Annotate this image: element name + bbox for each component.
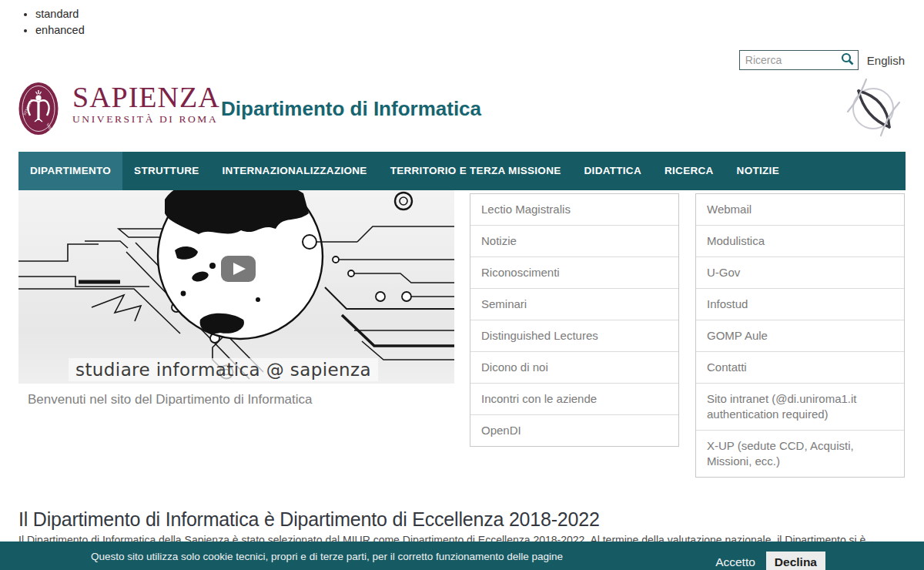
university-subtitle: UNIVERSITÀ DI ROMA: [72, 113, 220, 126]
quick-menu-item-distinguished[interactable]: Distinguished Lectures: [470, 320, 678, 351]
sapienza-seal-icon[interactable]: STVDIVM VRBIS: [18, 82, 59, 139]
accessibility-link-enhanced[interactable]: enhanced: [35, 24, 85, 36]
cookie-actions: Accetto Declina: [715, 552, 825, 570]
nav-item-internazionalizzazione[interactable]: INTERNAZIONALIZZAZIONE: [211, 152, 379, 190]
services-menu-item-intranet[interactable]: Sito intranet (@di.uniroma1.it authentic…: [696, 383, 904, 430]
services-menu-item-webmail[interactable]: Webmail: [696, 194, 904, 225]
cookie-banner-text: Questo sito utilizza solo cookie tecnici…: [91, 548, 577, 570]
university-name: SAPIENZA: [72, 83, 220, 111]
nav-item-notizie[interactable]: NOTIZIE: [725, 152, 791, 190]
search-button[interactable]: [839, 52, 856, 68]
services-menu-item-ugov[interactable]: U-Gov: [696, 256, 904, 288]
services-menu: Webmail Modulistica U-Gov Infostud GOMP …: [695, 193, 905, 478]
quick-menu-item-notizie[interactable]: Notizie: [470, 225, 678, 256]
video-overlay-text: studiare informatica @ sapienza: [69, 358, 378, 381]
language-link[interactable]: English: [867, 54, 905, 67]
play-icon: [221, 256, 256, 282]
cookie-decline-button[interactable]: Declina: [766, 552, 825, 570]
search-row: English: [739, 50, 905, 70]
services-menu-item-gomp[interactable]: GOMP Aule: [696, 320, 904, 351]
services-menu-item-contatti[interactable]: Contatti: [696, 351, 904, 383]
services-menu-item-infostud[interactable]: Infostud: [696, 288, 904, 320]
quick-menu-item-lectio[interactable]: Lectio Magistralis: [470, 194, 678, 225]
quick-menu-item-dicono[interactable]: Dicono di noi: [470, 351, 678, 383]
page-title[interactable]: Dipartimento di Informatica: [221, 97, 481, 121]
cookie-banner: Questo sito utilizza solo cookie tecnici…: [0, 542, 924, 570]
university-brand[interactable]: SAPIENZA UNIVERSITÀ DI ROMA: [72, 83, 220, 126]
di-swirl-logo-icon: [842, 74, 904, 143]
video-caption: Benvenuti nel sito del Dipartimento di I…: [28, 392, 312, 407]
services-menu-item-xup[interactable]: X-UP (sedute CCD, Acquisti, Missioni, ec…: [696, 430, 904, 477]
nav-item-territorio[interactable]: TERRITORIO E TERZA MISSIONE: [379, 152, 573, 190]
cookie-text-line2: web e per il miglioramento dei servizi. …: [91, 565, 577, 570]
quick-menu-item-seminari[interactable]: Seminari: [470, 288, 678, 320]
quick-menu-item-opendi[interactable]: OpenDI: [470, 414, 678, 446]
quick-menu-item-aziende[interactable]: Incontri con le aziende: [470, 383, 678, 414]
cookie-accept-button[interactable]: Accetto: [715, 555, 755, 569]
video-thumbnail[interactable]: studiare informatica @ sapienza: [18, 190, 454, 384]
nav-item-ricerca[interactable]: RICERCA: [653, 152, 725, 190]
accessibility-links: standard enhanced: [22, 8, 85, 40]
nav-item-strutture[interactable]: STRUTTURE: [122, 152, 210, 190]
accessibility-link-standard[interactable]: standard: [35, 8, 85, 20]
magnifier-icon: [841, 52, 854, 68]
header: STVDIVM VRBIS SAPIENZA UNIVERSITÀ DI ROM…: [18, 77, 906, 148]
nav-item-didattica[interactable]: DIDATTICA: [573, 152, 653, 190]
quick-menu-item-riconoscimenti[interactable]: Riconoscimenti: [470, 256, 678, 288]
main-navigation: DIPARTIMENTO STRUTTURE INTERNAZIONALIZZA…: [18, 152, 906, 190]
quick-menu: Lectio Magistralis Notizie Riconosciment…: [470, 193, 679, 447]
services-menu-item-modulistica[interactable]: Modulistica: [696, 225, 904, 256]
nav-item-dipartimento[interactable]: DIPARTIMENTO: [18, 152, 122, 190]
cookie-text-line1: Questo sito utilizza solo cookie tecnici…: [91, 548, 577, 565]
excellence-heading: Il Dipartimento di Informatica è Diparti…: [18, 508, 600, 531]
search-box: [739, 50, 859, 70]
